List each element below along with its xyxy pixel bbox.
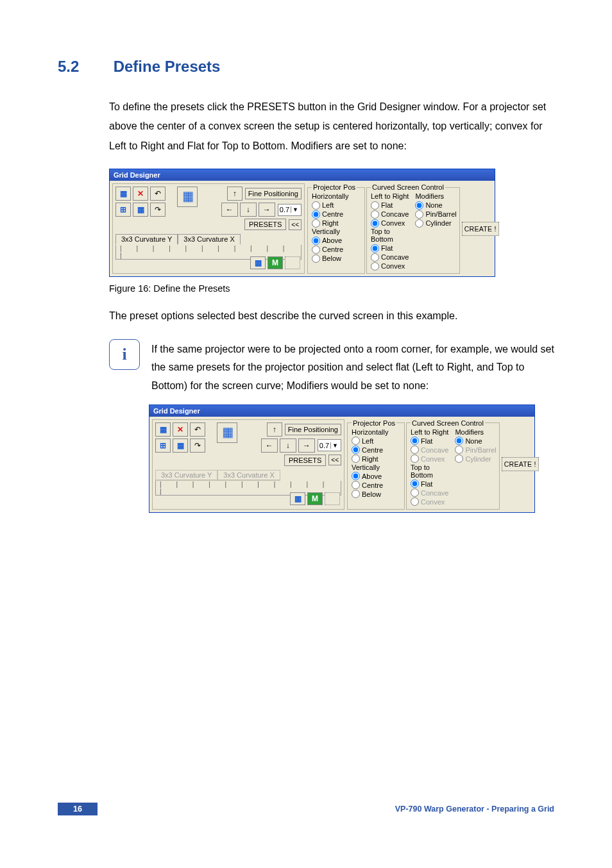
radio-h-left[interactable]: Left — [312, 201, 362, 210]
small-grid-icon[interactable]: ▦ — [290, 492, 305, 505]
m-icon[interactable]: M — [307, 492, 323, 505]
fine-positioning-label: Fine Positioning — [285, 424, 341, 435]
radio-h-centre[interactable]: Centre — [352, 446, 402, 455]
arrow-up-icon[interactable]: ↑ — [227, 187, 242, 201]
arrow-down-icon[interactable]: ↓ — [240, 203, 257, 217]
radio-lr-convex[interactable]: Convex — [411, 455, 448, 463]
curved-screen-group: Curved Screen Control Left to Right Flat… — [366, 183, 460, 274]
heading-number: 5.2 — [58, 58, 109, 76]
collapse-button[interactable]: << — [289, 219, 302, 230]
radio-mod-cylinder[interactable]: Cylinder — [415, 219, 456, 228]
radio-mod-pinbarrel[interactable]: Pin/Barrel — [455, 446, 496, 455]
create-button[interactable]: CREATE ! — [462, 222, 499, 236]
window-title: Grid Designer — [149, 405, 534, 417]
curved-legend: Curved Screen Control — [371, 183, 445, 191]
tb-label: Top to Bottom — [411, 463, 448, 479]
close-icon[interactable]: ✕ — [133, 187, 148, 201]
tab-curvature-x[interactable]: 3x3 Curvature X — [178, 234, 240, 245]
radio-tb-concave[interactable]: Concave — [411, 488, 448, 497]
redo-icon[interactable]: ↷ — [190, 438, 205, 453]
blank-icon[interactable] — [285, 256, 300, 269]
radio-mod-cylinder[interactable]: Cylinder — [455, 455, 496, 463]
redo-icon[interactable]: ↷ — [150, 203, 166, 217]
radio-v-below[interactable]: Below — [312, 254, 362, 263]
radio-tb-concave[interactable]: Concave — [371, 253, 409, 262]
intro-paragraph: To define the presets click the PRESETS … — [109, 97, 554, 156]
radio-v-centre[interactable]: Centre — [312, 245, 362, 254]
m-icon[interactable]: M — [268, 256, 283, 269]
radio-mod-none[interactable]: None — [455, 437, 496, 446]
grid-large-icon[interactable]: ▦▦▦▦ — [217, 422, 237, 443]
grid-a-icon[interactable]: ⊞ — [155, 438, 171, 453]
dropdown-icon[interactable]: ▼ — [291, 206, 300, 213]
tab-curvature-y[interactable]: 3x3 Curvature Y — [155, 470, 217, 481]
radio-v-above[interactable]: Above — [352, 472, 402, 481]
projector-pos-group: Projector Pos Horizontally Left Centre R… — [347, 419, 405, 510]
close-icon[interactable]: ✕ — [173, 422, 188, 437]
horizontally-label: Horizontally — [352, 428, 402, 436]
grid-a-icon[interactable]: ⊞ — [115, 203, 131, 217]
grid-designer-panel-2: Grid Designer ▦ ✕ ↶ ⊞ ▦ ↷ — [149, 405, 535, 513]
radio-h-left[interactable]: Left — [352, 437, 402, 446]
radio-tb-flat[interactable]: Flat — [371, 244, 409, 253]
radio-lr-concave[interactable]: Concave — [411, 446, 448, 455]
projector-pos-group: Projector Pos Horizontally Left Centre R… — [307, 183, 365, 274]
arrow-left-icon[interactable]: ← — [261, 438, 278, 453]
grid-large-icon[interactable]: ▦▦▦▦ — [177, 187, 198, 207]
arrow-right-icon[interactable]: → — [259, 203, 275, 217]
radio-v-above[interactable]: Above — [312, 236, 362, 245]
radio-h-right[interactable]: Right — [352, 455, 402, 463]
arrow-down-icon[interactable]: ↓ — [280, 438, 296, 453]
radio-h-right[interactable]: Right — [312, 219, 362, 228]
radio-lr-flat[interactable]: Flat — [371, 201, 409, 210]
tab-curvature-y[interactable]: 3x3 Curvature Y — [115, 234, 178, 245]
presets-button[interactable]: PRESETS — [284, 455, 326, 466]
tb-label: Top to Bottom — [371, 228, 409, 243]
step-spinner[interactable]: 0.7▼ — [278, 204, 302, 216]
left-tool-area: ▦ ✕ ↶ ⊞ ▦ ↷ ▦▦▦▦ — [112, 183, 305, 274]
radio-mod-pinbarrel[interactable]: Pin/Barrel — [415, 210, 456, 219]
step-spinner[interactable]: 0.7▼ — [318, 439, 341, 451]
tab-curvature-x[interactable]: 3x3 Curvature X — [217, 470, 280, 481]
horizontally-label: Horizontally — [312, 192, 362, 200]
radio-v-centre[interactable]: Centre — [352, 481, 402, 490]
window-title: Grid Designer — [110, 169, 495, 181]
fine-positioning-label: Fine Positioning — [245, 188, 302, 199]
radio-tb-convex[interactable]: Convex — [411, 497, 448, 506]
load-icon[interactable]: ▦ — [115, 187, 131, 201]
modifiers-label: Modifiers — [455, 428, 496, 436]
radio-tb-flat[interactable]: Flat — [411, 480, 448, 488]
arrow-right-icon[interactable]: → — [298, 438, 315, 453]
radio-lr-concave[interactable]: Concave — [371, 210, 409, 219]
figure-caption: Figure 16: Define the Presets — [109, 283, 554, 294]
info-icon: i — [109, 339, 140, 370]
grid-b-icon[interactable]: ▦ — [133, 203, 148, 217]
arrow-up-icon[interactable]: ↑ — [267, 422, 282, 437]
blank-icon[interactable] — [325, 492, 340, 505]
grid-designer-panel-1: Grid Designer ▦ ✕ ↶ ⊞ ▦ ↷ — [109, 169, 495, 277]
radio-tb-convex[interactable]: Convex — [371, 262, 409, 271]
step-value: 0.7 — [319, 442, 330, 449]
create-button[interactable]: CREATE ! — [502, 457, 539, 471]
radio-lr-convex[interactable]: Convex — [371, 219, 409, 228]
radio-mod-none[interactable]: None — [415, 201, 456, 210]
after-figure-text: The preset options selected best describ… — [109, 306, 554, 326]
heading-title: Define Presets — [114, 58, 221, 75]
undo-icon[interactable]: ↶ — [150, 187, 166, 201]
dropdown-icon[interactable]: ▼ — [330, 442, 339, 449]
radio-v-below[interactable]: Below — [352, 490, 402, 499]
note-text: If the same projector were to be project… — [151, 339, 554, 396]
grid-b-icon[interactable]: ▦ — [173, 438, 188, 453]
radio-lr-flat[interactable]: Flat — [411, 437, 448, 446]
load-icon[interactable]: ▦ — [155, 422, 171, 437]
presets-button[interactable]: PRESETS — [244, 219, 286, 230]
left-tool-area: ▦ ✕ ↶ ⊞ ▦ ↷ ▦▦▦▦ — [152, 419, 344, 510]
collapse-button[interactable]: << — [328, 455, 341, 465]
small-grid-icon[interactable]: ▦ — [250, 256, 266, 269]
page-number: 16 — [58, 803, 98, 815]
lr-label: Left to Right — [371, 192, 409, 200]
undo-icon[interactable]: ↶ — [190, 422, 205, 437]
section-heading: 5.2 Define Presets — [58, 58, 554, 76]
arrow-left-icon[interactable]: ← — [221, 203, 238, 217]
radio-h-centre[interactable]: Centre — [312, 210, 362, 219]
